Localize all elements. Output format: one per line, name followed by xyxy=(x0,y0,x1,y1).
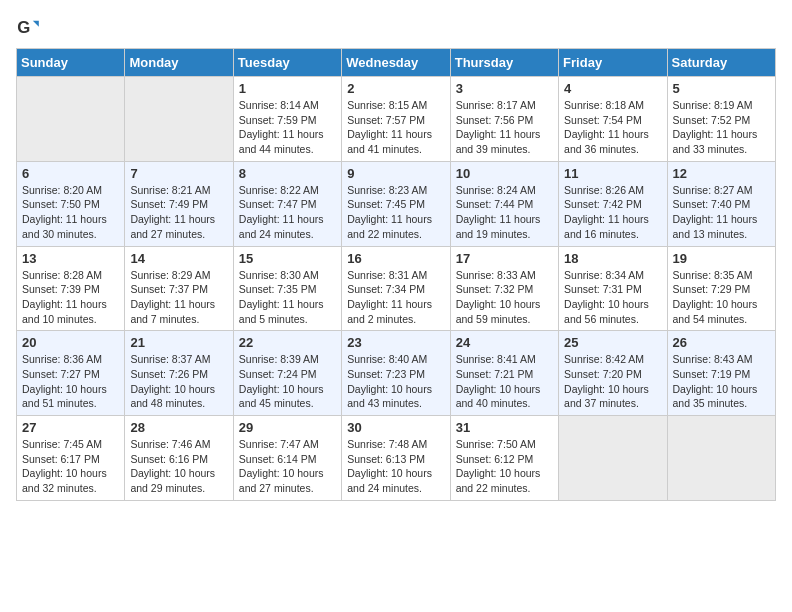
sunset-text: Sunset: 6:13 PM xyxy=(347,453,425,465)
daylight-text: Daylight: 11 hours and 13 minutes. xyxy=(673,213,758,240)
sunset-text: Sunset: 7:24 PM xyxy=(239,368,317,380)
day-info: Sunrise: 7:45 AMSunset: 6:17 PMDaylight:… xyxy=(22,437,119,496)
sunrise-text: Sunrise: 8:18 AM xyxy=(564,99,644,111)
sunrise-text: Sunrise: 8:27 AM xyxy=(673,184,753,196)
daylight-text: Daylight: 11 hours and 22 minutes. xyxy=(347,213,432,240)
day-number: 6 xyxy=(22,166,119,181)
weekday-header-tuesday: Tuesday xyxy=(233,49,341,77)
daylight-text: Daylight: 10 hours and 24 minutes. xyxy=(347,467,432,494)
day-number: 14 xyxy=(130,251,227,266)
calendar-cell: 19Sunrise: 8:35 AMSunset: 7:29 PMDayligh… xyxy=(667,246,775,331)
calendar-week-row: 1Sunrise: 8:14 AMSunset: 7:59 PMDaylight… xyxy=(17,77,776,162)
sunrise-text: Sunrise: 8:43 AM xyxy=(673,353,753,365)
daylight-text: Daylight: 11 hours and 27 minutes. xyxy=(130,213,215,240)
day-number: 3 xyxy=(456,81,553,96)
sunrise-text: Sunrise: 8:39 AM xyxy=(239,353,319,365)
day-number: 27 xyxy=(22,420,119,435)
calendar-cell: 28Sunrise: 7:46 AMSunset: 6:16 PMDayligh… xyxy=(125,416,233,501)
day-info: Sunrise: 8:21 AMSunset: 7:49 PMDaylight:… xyxy=(130,183,227,242)
sunset-text: Sunset: 7:27 PM xyxy=(22,368,100,380)
calendar-cell: 20Sunrise: 8:36 AMSunset: 7:27 PMDayligh… xyxy=(17,331,125,416)
daylight-text: Daylight: 11 hours and 10 minutes. xyxy=(22,298,107,325)
svg-marker-1 xyxy=(33,21,39,27)
day-number: 21 xyxy=(130,335,227,350)
day-info: Sunrise: 8:39 AMSunset: 7:24 PMDaylight:… xyxy=(239,352,336,411)
sunset-text: Sunset: 7:54 PM xyxy=(564,114,642,126)
day-number: 22 xyxy=(239,335,336,350)
page-header: G xyxy=(16,16,776,40)
day-info: Sunrise: 8:36 AMSunset: 7:27 PMDaylight:… xyxy=(22,352,119,411)
sunrise-text: Sunrise: 8:28 AM xyxy=(22,269,102,281)
sunset-text: Sunset: 7:40 PM xyxy=(673,198,751,210)
calendar-cell: 24Sunrise: 8:41 AMSunset: 7:21 PMDayligh… xyxy=(450,331,558,416)
calendar-week-row: 27Sunrise: 7:45 AMSunset: 6:17 PMDayligh… xyxy=(17,416,776,501)
calendar-cell: 17Sunrise: 8:33 AMSunset: 7:32 PMDayligh… xyxy=(450,246,558,331)
sunset-text: Sunset: 7:49 PM xyxy=(130,198,208,210)
calendar-cell: 26Sunrise: 8:43 AMSunset: 7:19 PMDayligh… xyxy=(667,331,775,416)
daylight-text: Daylight: 10 hours and 29 minutes. xyxy=(130,467,215,494)
daylight-text: Daylight: 11 hours and 30 minutes. xyxy=(22,213,107,240)
sunset-text: Sunset: 7:35 PM xyxy=(239,283,317,295)
day-info: Sunrise: 7:50 AMSunset: 6:12 PMDaylight:… xyxy=(456,437,553,496)
weekday-header-monday: Monday xyxy=(125,49,233,77)
calendar-cell xyxy=(17,77,125,162)
sunset-text: Sunset: 7:56 PM xyxy=(456,114,534,126)
calendar-cell: 5Sunrise: 8:19 AMSunset: 7:52 PMDaylight… xyxy=(667,77,775,162)
day-info: Sunrise: 8:24 AMSunset: 7:44 PMDaylight:… xyxy=(456,183,553,242)
day-info: Sunrise: 8:18 AMSunset: 7:54 PMDaylight:… xyxy=(564,98,661,157)
daylight-text: Daylight: 11 hours and 7 minutes. xyxy=(130,298,215,325)
sunrise-text: Sunrise: 7:46 AM xyxy=(130,438,210,450)
day-number: 13 xyxy=(22,251,119,266)
daylight-text: Daylight: 10 hours and 48 minutes. xyxy=(130,383,215,410)
sunrise-text: Sunrise: 8:40 AM xyxy=(347,353,427,365)
sunrise-text: Sunrise: 8:33 AM xyxy=(456,269,536,281)
daylight-text: Daylight: 10 hours and 54 minutes. xyxy=(673,298,758,325)
sunrise-text: Sunrise: 8:20 AM xyxy=(22,184,102,196)
sunrise-text: Sunrise: 8:42 AM xyxy=(564,353,644,365)
calendar-cell: 31Sunrise: 7:50 AMSunset: 6:12 PMDayligh… xyxy=(450,416,558,501)
sunrise-text: Sunrise: 8:23 AM xyxy=(347,184,427,196)
day-info: Sunrise: 8:22 AMSunset: 7:47 PMDaylight:… xyxy=(239,183,336,242)
day-info: Sunrise: 8:42 AMSunset: 7:20 PMDaylight:… xyxy=(564,352,661,411)
sunrise-text: Sunrise: 8:41 AM xyxy=(456,353,536,365)
daylight-text: Daylight: 11 hours and 5 minutes. xyxy=(239,298,324,325)
sunrise-text: Sunrise: 7:50 AM xyxy=(456,438,536,450)
sunrise-text: Sunrise: 8:31 AM xyxy=(347,269,427,281)
calendar-cell: 3Sunrise: 8:17 AMSunset: 7:56 PMDaylight… xyxy=(450,77,558,162)
daylight-text: Daylight: 10 hours and 51 minutes. xyxy=(22,383,107,410)
day-number: 20 xyxy=(22,335,119,350)
day-info: Sunrise: 8:23 AMSunset: 7:45 PMDaylight:… xyxy=(347,183,444,242)
calendar-cell: 12Sunrise: 8:27 AMSunset: 7:40 PMDayligh… xyxy=(667,161,775,246)
daylight-text: Daylight: 11 hours and 33 minutes. xyxy=(673,128,758,155)
sunrise-text: Sunrise: 8:22 AM xyxy=(239,184,319,196)
calendar-cell: 11Sunrise: 8:26 AMSunset: 7:42 PMDayligh… xyxy=(559,161,667,246)
sunrise-text: Sunrise: 7:47 AM xyxy=(239,438,319,450)
sunrise-text: Sunrise: 8:26 AM xyxy=(564,184,644,196)
daylight-text: Daylight: 10 hours and 32 minutes. xyxy=(22,467,107,494)
calendar-week-row: 6Sunrise: 8:20 AMSunset: 7:50 PMDaylight… xyxy=(17,161,776,246)
day-info: Sunrise: 8:41 AMSunset: 7:21 PMDaylight:… xyxy=(456,352,553,411)
calendar-cell: 14Sunrise: 8:29 AMSunset: 7:37 PMDayligh… xyxy=(125,246,233,331)
day-info: Sunrise: 8:40 AMSunset: 7:23 PMDaylight:… xyxy=(347,352,444,411)
day-info: Sunrise: 8:37 AMSunset: 7:26 PMDaylight:… xyxy=(130,352,227,411)
sunset-text: Sunset: 7:52 PM xyxy=(673,114,751,126)
sunset-text: Sunset: 6:16 PM xyxy=(130,453,208,465)
daylight-text: Daylight: 10 hours and 43 minutes. xyxy=(347,383,432,410)
weekday-header-friday: Friday xyxy=(559,49,667,77)
day-info: Sunrise: 8:17 AMSunset: 7:56 PMDaylight:… xyxy=(456,98,553,157)
calendar-cell xyxy=(125,77,233,162)
day-number: 12 xyxy=(673,166,770,181)
calendar-table: SundayMondayTuesdayWednesdayThursdayFrid… xyxy=(16,48,776,501)
day-number: 5 xyxy=(673,81,770,96)
sunset-text: Sunset: 7:47 PM xyxy=(239,198,317,210)
daylight-text: Daylight: 10 hours and 40 minutes. xyxy=(456,383,541,410)
day-number: 16 xyxy=(347,251,444,266)
sunset-text: Sunset: 7:26 PM xyxy=(130,368,208,380)
daylight-text: Daylight: 11 hours and 39 minutes. xyxy=(456,128,541,155)
sunset-text: Sunset: 6:14 PM xyxy=(239,453,317,465)
sunset-text: Sunset: 7:37 PM xyxy=(130,283,208,295)
day-info: Sunrise: 8:29 AMSunset: 7:37 PMDaylight:… xyxy=(130,268,227,327)
weekday-header-thursday: Thursday xyxy=(450,49,558,77)
day-info: Sunrise: 8:34 AMSunset: 7:31 PMDaylight:… xyxy=(564,268,661,327)
sunrise-text: Sunrise: 7:45 AM xyxy=(22,438,102,450)
